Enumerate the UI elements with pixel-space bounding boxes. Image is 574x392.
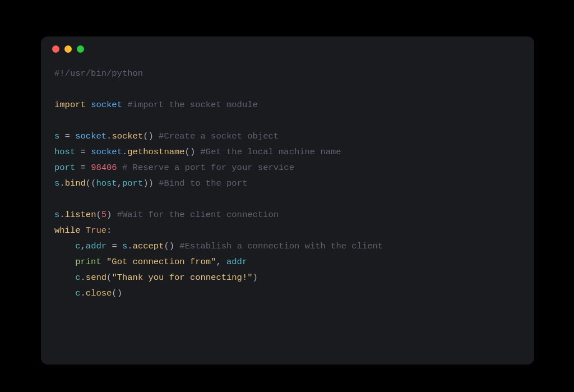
string-literal: "Thank you for connecting!" — [112, 273, 252, 283]
string-literal: "Got connection from" — [107, 257, 216, 267]
module-name: socket — [91, 100, 122, 110]
close-icon[interactable] — [52, 45, 59, 53]
variable: port — [54, 163, 75, 173]
comment: #Create a socket object — [159, 131, 279, 141]
comment: # Reserve a port for your service — [122, 163, 294, 173]
comment: #Establish a connection with the client — [179, 241, 383, 251]
port-number: 98406 — [91, 163, 117, 173]
zoom-icon[interactable] — [77, 45, 84, 53]
minimize-icon[interactable] — [64, 45, 72, 53]
window-titlebar — [41, 36, 534, 61]
comment: #import the socket module — [127, 100, 258, 110]
comment: #Bind to the port — [159, 178, 247, 188]
comment: #Wait for the client connection — [117, 210, 279, 220]
variable: host — [54, 147, 75, 157]
code-block: #!/usr/bin/python import socket #import … — [41, 61, 534, 315]
import-keyword: import — [54, 100, 86, 110]
print-keyword: print — [75, 257, 101, 267]
while-keyword: while — [54, 225, 81, 236]
shebang-line: #!/usr/bin/python — [54, 68, 143, 79]
comment: #Get the local machine name — [201, 147, 341, 157]
variable: s — [54, 131, 59, 141]
code-window: #!/usr/bin/python import socket #import … — [41, 36, 534, 365]
